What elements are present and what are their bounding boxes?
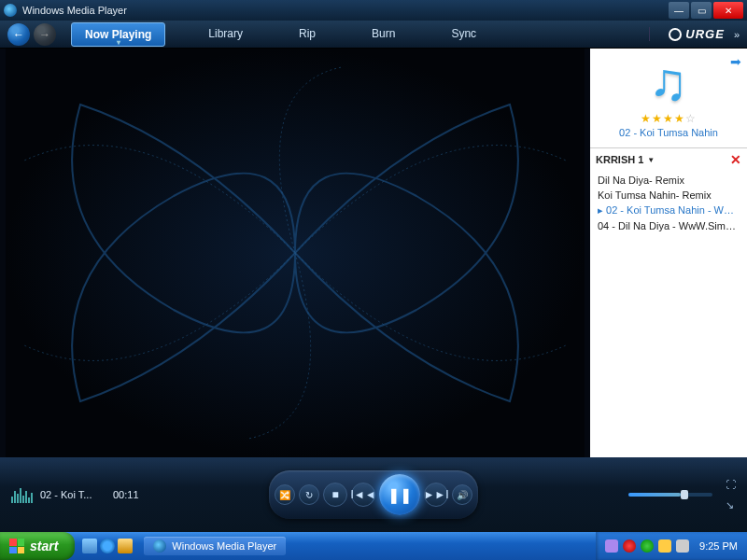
content-area: ➡ ♫ ★★★★☆ 02 - Koi Tumsa Nahin KRRISH 1 … (0, 49, 747, 457)
windows-logo-icon (9, 539, 24, 553)
shuffle-button[interactable]: 🔀 (275, 484, 295, 505)
playlist-header[interactable]: KRRISH 1 ▼ ✕ (590, 148, 747, 171)
urge-brand[interactable]: URGE (649, 27, 725, 42)
current-track-title: 02 - Koi Tumsa Nahin (596, 127, 741, 138)
equalizer-icon[interactable] (11, 486, 33, 503)
playlist-dropdown-icon[interactable]: ▼ (647, 156, 655, 164)
wmp-icon (4, 4, 17, 17)
window-title: Windows Media Player (22, 5, 127, 16)
rating-stars[interactable]: ★★★★☆ (596, 112, 741, 125)
playlist: Dil Na Diya- Remix Koi Tumsa Nahin- Remi… (590, 171, 747, 235)
nav-bar: ← → Now Playing Library Rip Burn Sync UR… (0, 21, 747, 49)
volume-slider[interactable] (628, 493, 712, 497)
close-button[interactable]: ✕ (713, 2, 743, 19)
next-button[interactable]: ►►I (424, 483, 448, 507)
fullscreen-button[interactable]: ⛶ (726, 479, 736, 490)
system-tray: 9:25 PM (596, 532, 747, 560)
volume-thumb[interactable] (681, 490, 688, 499)
play-pause-button[interactable]: ❚❚ (379, 474, 420, 515)
nav-more-icon[interactable]: » (734, 29, 740, 40)
playback-controls: 02 - Koi T... 00:11 🔀 ↻ ■ I◄◄ ❚❚ ►►I 🔊 ⛶… (0, 457, 747, 532)
stop-button[interactable]: ■ (323, 483, 347, 507)
playlist-clear-button[interactable]: ✕ (730, 152, 741, 167)
minimize-button[interactable]: — (669, 2, 689, 19)
tab-rip[interactable]: Rip (286, 22, 329, 47)
transport-group: 🔀 ↻ ■ I◄◄ ❚❚ ►►I 🔊 (269, 470, 478, 519)
playlist-item[interactable]: Dil Na Diya- Remix (590, 173, 747, 188)
start-button[interactable]: start (0, 532, 75, 560)
playlist-name: KRRISH 1 (596, 154, 643, 165)
show-desktop-icon[interactable] (82, 539, 97, 553)
taskbar-app-wmp[interactable]: Windows Media Player (144, 537, 286, 555)
tray-icon[interactable] (605, 539, 618, 553)
mute-button[interactable]: 🔊 (452, 484, 472, 505)
elapsed-time: 00:11 (113, 489, 139, 500)
quick-launch (82, 539, 133, 553)
repeat-button[interactable]: ↻ (299, 484, 319, 505)
playlist-item-current[interactable]: 02 - Koi Tumsa Nahin - WwW.... (590, 203, 747, 218)
compact-mode-button[interactable]: ↘ (726, 499, 736, 511)
wmp-taskbar-icon (153, 539, 166, 553)
swirl-visualization (0, 49, 590, 457)
title-bar: Windows Media Player — ▭ ✕ (0, 0, 747, 21)
tray-icon[interactable] (641, 539, 654, 553)
taskbar-clock[interactable]: 9:25 PM (699, 540, 738, 552)
tray-icon[interactable] (623, 539, 636, 553)
explorer-icon[interactable] (118, 539, 133, 553)
current-track-panel: ➡ ♫ ★★★★☆ 02 - Koi Tumsa Nahin (590, 49, 747, 148)
tab-now-playing[interactable]: Now Playing (71, 22, 165, 47)
tab-sync[interactable]: Sync (438, 22, 489, 47)
visualization-pane[interactable] (0, 49, 590, 457)
previous-button[interactable]: I◄◄ (351, 483, 375, 507)
track-name-display: 02 - Koi T... (40, 489, 106, 500)
music-note-icon: ♫ (596, 56, 741, 108)
maximize-button[interactable]: ▭ (691, 2, 712, 19)
playlist-item[interactable]: Koi Tumsa Nahin- Remix (590, 188, 747, 203)
tray-volume-icon[interactable] (676, 539, 689, 553)
volume-fill (628, 493, 681, 497)
tab-burn[interactable]: Burn (359, 22, 408, 47)
back-button[interactable]: ← (7, 23, 30, 46)
forward-button[interactable]: → (34, 23, 56, 46)
ie-icon[interactable] (100, 539, 115, 553)
expand-arrow-icon[interactable]: ➡ (730, 54, 741, 69)
taskbar: start Windows Media Player 9:25 PM (0, 532, 747, 560)
tray-icon[interactable] (658, 539, 671, 553)
view-controls: ⛶ ↘ (726, 479, 736, 511)
now-playing-sidebar: ➡ ♫ ★★★★☆ 02 - Koi Tumsa Nahin KRRISH 1 … (590, 49, 747, 457)
nav-tabs: Now Playing Library Rip Burn Sync (71, 22, 489, 47)
playlist-item[interactable]: 04 - Dil Na Diya - WwW.SimPL.... (590, 218, 747, 233)
tab-library[interactable]: Library (195, 22, 256, 47)
